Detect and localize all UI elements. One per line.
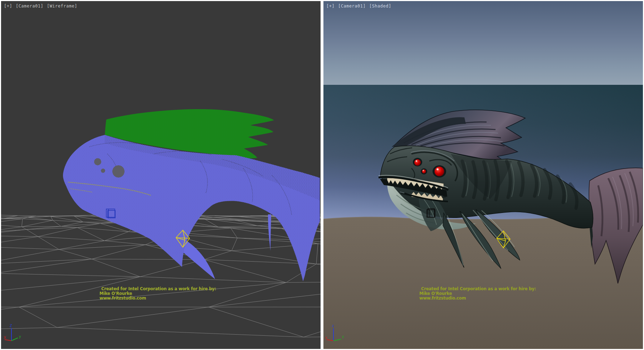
credit-line-3: www.fritzstudio.com xyxy=(419,296,536,301)
axis-x-label: X xyxy=(4,335,6,340)
axis-z-label: Z xyxy=(10,324,12,328)
viewport-menu-button[interactable]: [+] xyxy=(326,4,335,9)
viewport-label-left: [+] [Camera01] [Wireframe] xyxy=(4,4,78,9)
camera-menu-button[interactable]: [Camera01] xyxy=(338,4,366,9)
viewport-menu-button[interactable]: [+] xyxy=(4,4,12,9)
credit-line-3: www.fritzstudio.com xyxy=(99,296,216,301)
viewport-shaded[interactable]: x z y [+] [Camera01] [Shaded] Created fo… xyxy=(323,1,643,349)
shading-menu-button[interactable]: [Wireframe] xyxy=(47,4,77,9)
scene-credit-text[interactable]: Created for Intel Corporation as a work … xyxy=(99,287,216,301)
scene-credit-text[interactable]: Created for Intel Corporation as a work … xyxy=(419,287,536,301)
axis-gizmo-left: X Z y xyxy=(4,324,21,341)
fish-body-wireframe[interactable] xyxy=(63,135,320,281)
axis-z-label: z xyxy=(332,324,334,328)
camera-menu-button[interactable]: [Camera01] xyxy=(16,4,43,9)
viewport-label-right: [+] [Camera01] [Shaded] xyxy=(326,4,392,9)
application-window: X Z y [+] [Camera01] [Wireframe] Created… xyxy=(0,0,644,350)
shading-menu-button[interactable]: [Shaded] xyxy=(369,4,391,9)
axis-x-label: x xyxy=(325,335,327,340)
axis-y-label: y xyxy=(19,334,21,339)
fish-eye-large xyxy=(435,167,444,176)
fish-eye-upper xyxy=(414,159,421,166)
axis-y-label: y xyxy=(342,334,344,339)
fish-eye-small xyxy=(422,170,426,174)
viewport-wireframe[interactable]: X Z y [+] [Camera01] [Wireframe] Created… xyxy=(1,1,321,349)
